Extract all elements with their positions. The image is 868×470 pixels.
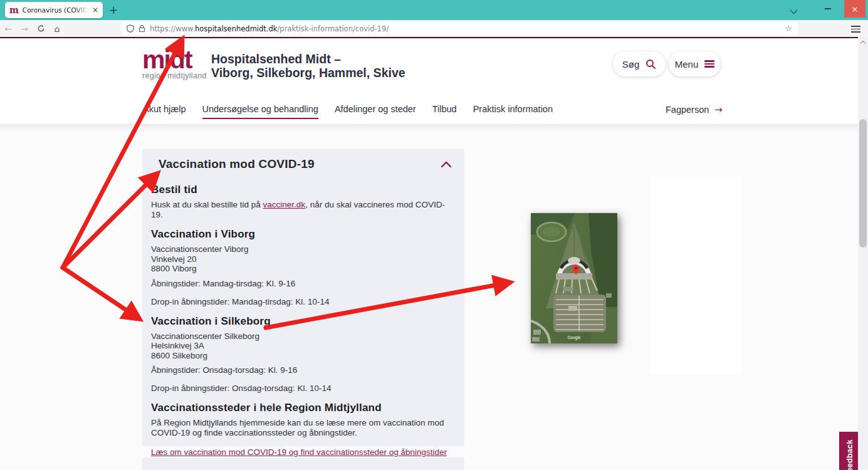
viborg-address: Vaccinationscenter Viborg Vinkelvej 20 8… [151,244,451,274]
bookmark-star-icon[interactable]: ☆ [785,24,792,33]
page-scrollbar[interactable] [858,37,868,470]
tab-title: Coronavirus (COVID-19) - Hosp [23,6,88,14]
site-nav: Akut hjælp Undersøgelse og behandling Af… [143,104,553,119]
lock-icon[interactable] [139,24,145,33]
back-icon[interactable]: ← [0,24,16,34]
site-title-line2: Viborg, Silkeborg, Hammel, Skive [211,66,405,80]
bestil-tid-heading: Bestil tid [151,184,451,196]
header-divider [0,124,858,132]
viborg-dropin-hours: Drop-in åbningstider: Mandag-tirsdag: Kl… [151,297,451,307]
region-heading: Vaccinationssteder i hele Region Midtjyl… [151,402,451,414]
logo-subtext: region midtjylland [142,71,207,80]
nav-item-fagperson[interactable]: Fagperson → [666,104,723,115]
menu-button-label: Menu [675,59,699,70]
viborg-street: Vinkelvej 20 [151,254,197,264]
nav-item-tilbud[interactable]: Tilbud [432,104,457,119]
search-button-label: Søg [622,59,640,70]
accordion-header[interactable]: Vaccination mod COVID-19 [159,157,452,171]
menu-button[interactable]: Menu [669,51,721,76]
next-accordion-panel[interactable] [142,457,464,470]
window-minimize-button[interactable] [818,0,837,18]
give-feedback-button[interactable]: Giv feedback [839,432,859,470]
viborg-city: 8800 Viborg [151,264,197,273]
silkeborg-dropin-hours: Drop-in åbningstider: Onsdag-torsdag: Kl… [151,384,451,394]
url-prefix: https://www. [150,24,195,33]
search-button[interactable]: Søg [613,51,666,76]
viborg-heading: Vaccination i Viborg [151,228,451,241]
home-icon[interactable]: ⌂ [49,24,65,34]
nav-item-undersoegelse-og-behandling[interactable]: Undersøgelse og behandling [202,104,318,119]
accordion-title: Vaccination mod COVID-19 [159,157,315,171]
nav-item-akut-hjaelp[interactable]: Akut hjælp [143,104,186,119]
site-favicon-icon: m [9,6,19,14]
silkeborg-address: Vaccinationscenter Silkeborg Helsinkivej… [151,332,451,361]
shield-permissions-icon[interactable] [127,24,134,33]
accordion-body: Bestil tid Husk at du skal bestille tid … [151,184,451,457]
logo-text: midt [142,48,207,71]
silkeborg-street: Helsinkivej 3A [151,341,204,350]
browser-tab-bar: m Coronavirus (COVID-19) - Hosp × + × [0,0,868,20]
nav-item-afdelinger-og-steder[interactable]: Afdelinger og steder [335,104,416,119]
browser-tab[interactable]: m Coronavirus (COVID-19) - Hosp × [5,2,103,18]
map-watermark: Google [568,335,581,340]
silkeborg-center: Vaccinationscenter Silkeborg [151,332,259,341]
search-icon [646,59,656,70]
minimize-icon [825,8,831,9]
browser-toolbar: ← → ⌂ https://www.hospitalsenhedmidt.dk/… [0,20,868,37]
silkeborg-heading: Vaccination i Silkeborg [151,315,451,328]
forward-icon[interactable]: → [16,24,33,34]
midt-logo[interactable]: midt region midtjylland [142,48,207,80]
fagperson-label: Fagperson [666,105,709,115]
parking-lot [553,295,606,332]
window-close-button[interactable]: × [844,0,865,18]
browser-window: m Coronavirus (COVID-19) - Hosp × + × ← … [0,0,868,470]
silkeborg-opening-hours: Åbningstider: Onsdag-torsdag: Kl. 9-16 [151,365,451,375]
browser-menu-icon[interactable] [851,26,860,33]
vaccination-accordion-panel: Vaccination mod COVID-19 Bestil tid Husk… [142,149,464,446]
site-title-line1: Hospitalsenhed Midt – [211,53,405,66]
feedback-label: Giv feedback [845,440,854,470]
viborg-opening-hours: Åbningstider: Mandag-tirsdag: Kl. 9-16 [151,279,451,289]
vacciner-dk-link[interactable]: vacciner.dk [263,200,306,209]
scroll-up-icon[interactable] [860,40,865,44]
nav-item-praktisk-information[interactable]: Praktisk information [473,104,553,119]
page-content: Vaccination mod COVID-19 Bestil tid Husk… [0,132,858,470]
content-right-panel [650,177,741,375]
silkeborg-city: 8600 Silkeborg [151,351,207,360]
viborg-center: Vaccinationscenter Viborg [151,244,249,254]
hamburger-icon [704,60,714,68]
url-bar[interactable]: https://www.hospitalsenhedmidt.dk/prakti… [121,22,798,35]
tab-list-chevron-icon[interactable] [788,5,798,15]
bestil-tid-text: Husk at du skal bestille tid på vacciner… [151,200,451,220]
region-text: På Region Midtjyllands hjemmeside kan du… [151,418,451,438]
url-path: /praktisk-information/covid-19/ [277,24,389,33]
region-vaccination-link[interactable]: Læs om vaccination mod COVID-19 og find … [151,447,447,457]
new-tab-button[interactable]: + [105,2,122,18]
tab-close-icon[interactable]: × [92,6,98,14]
scrollbar-thumb[interactable] [859,119,867,248]
bestil-text-before: Husk at du skal bestille tid på [151,200,263,209]
reload-icon[interactable] [33,24,49,33]
arrow-right-icon: → [714,104,723,115]
satellite-map-image: Google [531,213,617,343]
chevron-up-icon[interactable] [441,161,452,168]
url-text: https://www.hospitalsenhedmidt.dk/prakti… [150,24,389,33]
url-domain: hospitalsenhedmidt.dk [195,24,277,33]
site-title: Hospitalsenhed Midt – Viborg, Silkeborg,… [211,53,405,80]
